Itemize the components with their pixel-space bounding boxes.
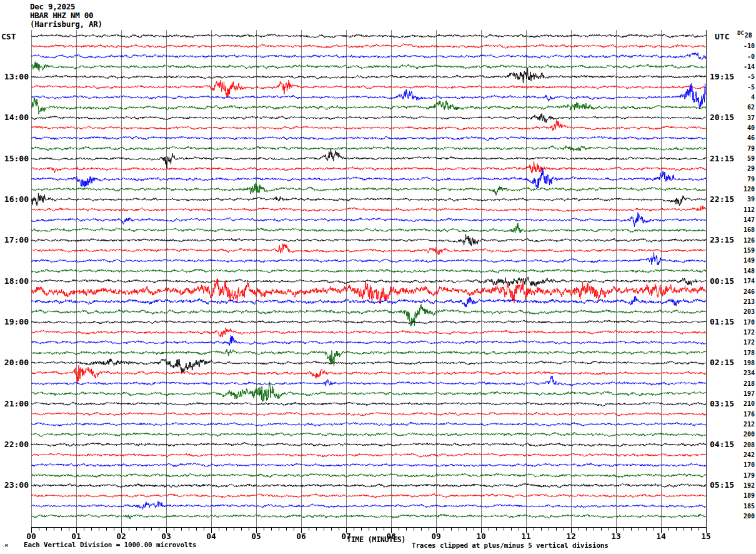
dc-offset-first-value: 28 <box>745 32 752 39</box>
dc-offset-value: 200 <box>722 431 755 438</box>
station-location: (Harrisburg, AR) <box>30 20 102 29</box>
x-tick-label: 14 <box>652 531 670 541</box>
dc-offset-value: 170 <box>722 319 755 326</box>
dc-offset-value: 149 <box>722 257 755 264</box>
cst-hour-label: 16:00 <box>0 195 29 204</box>
dc-offset-value: 242 <box>722 451 755 458</box>
cst-hour-label: 23:00 <box>0 481 29 490</box>
dc-offset-value: 218 <box>722 380 755 387</box>
dc-offset-value: 29 <box>722 165 755 172</box>
plotter-watermark: .M <box>2 543 7 548</box>
dc-offset-value: 37 <box>722 114 755 121</box>
dc-offset-value: 174 <box>722 278 755 285</box>
dc-offset-value: -10 <box>722 43 755 49</box>
station-code: HBAR HHZ NM 00 <box>30 11 93 20</box>
dc-offset-value: 203 <box>722 308 755 315</box>
x-tick-label: 12 <box>562 531 580 541</box>
dc-offset-value: 213 <box>722 298 755 305</box>
cst-hour-label: 14:00 <box>0 113 29 122</box>
x-tick-label: 02 <box>112 531 131 541</box>
cst-hour-label: 18:00 <box>0 277 29 286</box>
plot-date: Dec 9,2025 <box>30 3 75 11</box>
dc-offset-value: 246 <box>722 288 755 295</box>
dc-offset-value: 168 <box>722 226 755 233</box>
dc-offset-value: 79 <box>722 145 755 152</box>
cst-hour-label: 21:00 <box>0 400 29 408</box>
cst-hour-label: 19:00 <box>0 318 29 326</box>
helicorder-traces-canvas <box>31 30 707 536</box>
left-timezone-label: CST <box>1 32 16 41</box>
dc-offset-value: 198 <box>722 360 755 366</box>
cst-hour-label: 15:00 <box>0 154 29 163</box>
cst-hour-label: 17:00 <box>0 236 29 244</box>
dc-offset-value: 62 <box>722 104 755 111</box>
clipping-note: Traces clipped at plus/minus 5 vertical … <box>412 541 609 550</box>
dc-offset-value: 170 <box>722 461 755 468</box>
x-tick-label: 04 <box>202 531 221 541</box>
x-tick-label: 00 <box>22 531 41 541</box>
x-tick-label: 03 <box>157 531 176 541</box>
dc-offset-value: 172 <box>722 339 755 346</box>
x-tick-label: 05 <box>247 531 266 541</box>
dc-offset-value: 147 <box>722 216 755 223</box>
dc-offset-value: 126 <box>722 237 755 244</box>
dc-offset-value: 172 <box>722 329 755 336</box>
x-tick-label: 11 <box>517 531 535 541</box>
dc-offset-value: 189 <box>722 492 755 499</box>
dc-offset-value: 4 <box>722 94 755 101</box>
dc-offset-value: 79 <box>722 176 755 183</box>
dc-offset-value: 46 <box>722 134 755 141</box>
dc-offset-value: 40 <box>722 124 755 131</box>
dc-offset-value: 192 <box>722 482 755 489</box>
dc-offset-value: 208 <box>722 441 755 448</box>
dc-offset-value: 148 <box>722 268 755 274</box>
dc-offset-value: 159 <box>722 247 755 254</box>
vertical-scale-note: Each Vertical Division = 1000.00 microvo… <box>24 541 196 549</box>
dc-offset-header-text: DC <box>737 30 744 36</box>
dc-offset-value: -5 <box>722 84 755 91</box>
x-tick-label: 06 <box>292 531 311 541</box>
dc-offset-value: 59 <box>722 155 755 162</box>
dc-offset-value: 176 <box>722 411 755 418</box>
x-tick-label: 13 <box>607 531 625 541</box>
cst-hour-label: 13:00 <box>0 73 29 81</box>
cst-hour-label: 22:00 <box>0 440 29 449</box>
dc-offset-value: 120 <box>722 186 755 193</box>
dc-offset-value: 212 <box>722 421 755 428</box>
dc-offset-value: 112 <box>722 206 755 213</box>
dc-offset-value: 234 <box>722 370 755 376</box>
right-timezone-label: UTC <box>715 32 729 41</box>
x-tick-label: 01 <box>67 531 86 541</box>
dc-offset-header: DC28 <box>737 29 752 36</box>
dc-offset-value: 178 <box>722 350 755 356</box>
dc-offset-value: -0 <box>722 53 755 60</box>
dc-offset-value: 179 <box>722 472 755 479</box>
dc-offset-value: 200 <box>722 513 755 520</box>
cst-hour-label: 20:00 <box>0 358 29 367</box>
dc-offset-value: 185 <box>722 503 755 510</box>
x-tick-label: 10 <box>472 531 490 541</box>
dc-offset-value: 197 <box>722 390 755 397</box>
dc-offset-value: -5 <box>722 73 755 80</box>
dc-offset-value: -14 <box>722 63 755 70</box>
helicorder-screen: Dec 9,2025 HBAR HHZ NM 00 (Harrisburg, A… <box>0 0 756 554</box>
x-tick-label: 15 <box>697 531 715 541</box>
dc-offset-value: 210 <box>722 400 755 407</box>
dc-offset-value: 39 <box>722 196 755 203</box>
